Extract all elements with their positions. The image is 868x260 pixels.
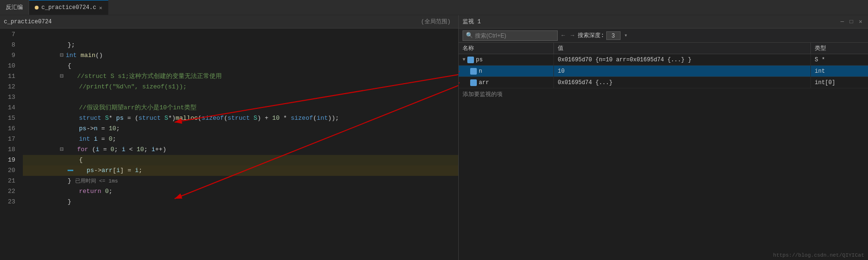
editor-scope: (全局范围): [417, 18, 454, 26]
code-line-14: struct S* ps = (struct S*)malloc(sizeof(…: [23, 103, 458, 113]
editor-header: c_practice0724 (全局范围): [0, 15, 458, 29]
expand-icon-ps[interactable]: ▼: [463, 57, 465, 62]
watch-title: 监视 1: [463, 18, 481, 26]
watch-col-type-header: 类型: [811, 43, 868, 54]
watch-rows: ▼ ps 0x01695d70 {n=10 arr=0x01695d74 {..…: [459, 54, 868, 260]
tab-close-button[interactable]: ✕: [99, 5, 102, 11]
watch-panel: 监视 1 ─ □ ✕ 🔍 ← → 搜索深度: ▾ 名称 值: [459, 15, 868, 260]
watch-maximize-btn[interactable]: □: [848, 18, 855, 26]
code-line-19: ps->arr[i] = i;: [23, 155, 458, 165]
code-line-13: //假设我们期望arr的大小是10个int类型: [23, 92, 458, 103]
watch-icon-n: [470, 68, 477, 75]
watch-row-arr[interactable]: → arr 0x01695d74 {...} int[0]: [459, 77, 868, 88]
watch-header: 监视 1 ─ □ ✕: [459, 15, 868, 29]
code-line-18: {: [23, 144, 458, 155]
depth-dropdown-btn[interactable]: ▾: [622, 31, 630, 40]
watch-minimize-btn[interactable]: ─: [838, 18, 846, 26]
watch-row-n[interactable]: → n 10 int: [459, 66, 868, 77]
code-line-21: return 0;: [23, 176, 458, 186]
tab-modified-dot: [35, 6, 39, 10]
code-line-11: //printf("%d\n", sizeof(s1));: [23, 71, 458, 82]
watch-icon-ps: [467, 57, 474, 63]
line-numbers: 7 8 9 10 11 12 13 14 15 16 17 18 19 20 2…: [0, 29, 19, 260]
watch-col-name-header: 名称: [459, 43, 554, 54]
search-box[interactable]: 🔍: [463, 30, 558, 41]
watch-cell-n-type: int: [811, 66, 868, 77]
watch-close-btn[interactable]: ✕: [857, 17, 864, 26]
watch-cell-ps-value: 0x01695d70 {n=10 arr=0x01695d74 {...} }: [554, 54, 811, 65]
search-next-btn[interactable]: →: [569, 31, 576, 40]
editor-file-selector[interactable]: c_practice0724: [4, 19, 417, 25]
code-line-7: };: [23, 29, 458, 40]
row-arrow-n: →: [459, 67, 460, 75]
code-line-12: [23, 82, 458, 92]
depth-input[interactable]: [606, 31, 621, 40]
watch-icon-arr: [470, 79, 477, 86]
watch-toolbar: 🔍 ← → 搜索深度: ▾: [459, 29, 868, 43]
code-line-16: int i = 0;: [23, 124, 458, 134]
code-area[interactable]: ➤ }; ⊟int main() { ⊟//struct S s1;这种方式创建…: [19, 29, 458, 260]
code-line-8: ⊟int main(): [23, 40, 458, 50]
watch-table-header: 名称 值 类型: [459, 43, 868, 54]
watch-controls: ─ □ ✕: [838, 17, 864, 26]
search-input[interactable]: [475, 32, 554, 39]
editor-content[interactable]: 7 8 9 10 11 12 13 14 15 16 17 18 19 20 2…: [0, 29, 458, 260]
watch-row-ps[interactable]: ▼ ps 0x01695d70 {n=10 arr=0x01695d74 {..…: [459, 54, 868, 66]
search-prev-btn[interactable]: ←: [560, 31, 567, 40]
watch-cell-ps-type: S *: [811, 54, 868, 65]
tab-filename: c_practice0724.c: [41, 4, 96, 11]
code-line-15: ps->n = 10;: [23, 113, 458, 124]
watch-cell-arr-name: arr: [459, 77, 554, 88]
tab-bar: 反汇编 c_practice0724.c ✕: [0, 0, 868, 15]
tab-group-label: 反汇编: [0, 0, 29, 15]
watch-cell-arr-type: int[0]: [811, 77, 868, 88]
watermark: https://blog.csdn.net/QIYICat: [773, 252, 864, 258]
watch-cell-n-name: n: [459, 66, 554, 77]
search-icon: 🔍: [466, 32, 473, 39]
watch-cell-arr-value: 0x01695d74 {...}: [554, 77, 811, 88]
code-line-9: {: [23, 50, 458, 61]
code-line-20: } 已用时间 <= 1ms: [23, 165, 458, 176]
editor-panel: c_practice0724 (全局范围) 7 8 9 10 11 12 13 …: [0, 15, 459, 260]
code-line-10: ⊟//struct S s1;这种方式创建的变量无法正常使用: [23, 61, 458, 71]
row-arrow-arr: →: [459, 79, 460, 87]
code-line-23: [23, 197, 458, 207]
watch-cell-n-value: 10: [554, 66, 811, 77]
code-line-17: ⊟for (i = 0; i < 10; i++): [23, 134, 458, 144]
add-watch-row[interactable]: 添加要监视的项: [459, 88, 868, 100]
watch-cell-ps-name: ▼ ps: [459, 54, 554, 65]
code-line-22: }: [23, 186, 458, 197]
active-tab[interactable]: c_practice0724.c ✕: [29, 0, 108, 15]
watch-col-value-header: 值: [554, 43, 811, 54]
depth-label: 搜索深度:: [578, 31, 604, 39]
main-area: c_practice0724 (全局范围) 7 8 9 10 11 12 13 …: [0, 15, 868, 260]
